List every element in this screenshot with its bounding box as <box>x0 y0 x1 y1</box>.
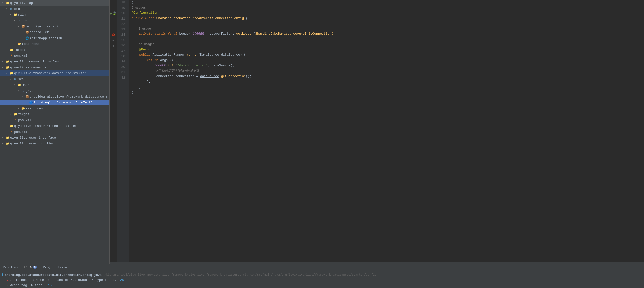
problem-lineno: :25 <box>116 278 124 282</box>
sidebar-item-java-2[interactable]: ☕ java <box>0 88 110 94</box>
sidebar-item-resources-2[interactable]: 📂 resources <box>0 105 110 111</box>
sidebar-item-target-2[interactable]: target <box>0 111 110 117</box>
sidebar-item-qiyu-live-framework-datasource-starter[interactable]: qiyu-live-framework-datasource-starter <box>0 70 110 76</box>
sidebar-item-main-2[interactable]: main <box>0 82 110 88</box>
code-line-32: } <box>132 90 644 95</box>
sidebar-item-controller[interactable]: 📦 controller <box>0 29 110 35</box>
breakpoint-gutter-25[interactable]: ◆ <box>112 39 114 42</box>
folder-icon <box>5 1 10 5</box>
arrow-icon <box>10 13 13 16</box>
sidebar-item-label: qiyu-live-user-interface <box>10 136 56 140</box>
sidebar-item-label: target <box>18 113 30 116</box>
breakpoint-gutter-26[interactable]: ◆ <box>112 44 114 48</box>
code-token: ApplicationRunner <box>152 52 185 58</box>
sidebar-item-label: resources <box>22 42 39 46</box>
gutter-cell-25: ◆ <box>110 38 117 43</box>
arrow-icon <box>10 113 13 116</box>
code-line-23 <box>132 37 644 42</box>
tab-project-errors[interactable]: Project Errors <box>40 264 73 271</box>
tab-label-project-errors: Project Errors <box>43 265 70 269</box>
code-line-24: @Bean <box>132 47 644 52</box>
sidebar-item-label: qiyu-live-framework-datasource-starter <box>14 72 86 75</box>
src-folder-icon: ▤ <box>9 7 14 11</box>
sidebar-item-label: controller <box>30 31 49 34</box>
warn-icon <box>7 283 10 287</box>
tab-file[interactable]: File 5 <box>21 264 40 271</box>
usage-line-24: no usages <box>132 42 644 47</box>
folder-icon <box>13 13 18 17</box>
folder-icon <box>9 48 14 52</box>
sidebar-item-java-1[interactable]: ☕ java <box>0 18 110 24</box>
horizontal-scrollbar[interactable] <box>110 262 644 263</box>
run-gutter-icon[interactable]: ▶ <box>110 12 112 15</box>
line-numbers: 18 19 20 21 22 23 24 25 26 27 28 29 30 3… <box>117 0 129 262</box>
sidebar-item-qiyu-live-user-interface[interactable]: qiyu-live-user-interface <box>0 135 110 141</box>
problem-text-2: Wrong tag 'Author' <box>10 283 44 287</box>
sidebar-item-label: org.idea.qiyu.live.framework.datasource.… <box>30 95 108 99</box>
sidebar-item-label: ApiWebApplication <box>30 36 62 40</box>
xml-icon: M <box>9 54 14 58</box>
sidebar-item-src-2[interactable]: ▤ src <box>0 76 110 82</box>
code-line-19: @Configuration <box>132 10 644 16</box>
code-line-18: } <box>132 0 644 5</box>
code-token-brace: } <box>132 90 134 95</box>
code-line-31: } <box>132 84 644 90</box>
bottom-panel: Problems File 5 Project Errors ShardingJ… <box>0 263 644 288</box>
sidebar-item-ApiWebApplication[interactable]: 🌐 ApiWebApplication <box>0 35 110 41</box>
tab-label-file: File <box>24 265 32 269</box>
problem-text: Could not autowire. No beans of 'DataSou… <box>10 278 116 282</box>
sidebar-item-org-qiyu-live-api[interactable]: 📦 org.qiyu.live.api <box>0 24 110 29</box>
code-token: LOGGER <box>154 63 166 68</box>
problem-row-2: Could not autowire. No beans of 'DataSou… <box>2 277 642 283</box>
code-token-comment: //手动触发下连接池的连接创建 <box>154 68 200 74</box>
gutter-cell-22 <box>110 22 117 27</box>
sidebar-item-qiyu-live-api[interactable]: qiyu-live-api <box>0 0 110 6</box>
sidebar: qiyu-live-api ▤ src main ☕ java 📦 org.qi… <box>0 0 110 263</box>
annotation-token: @Configuration <box>132 10 158 16</box>
arrow-icon <box>2 60 5 63</box>
sidebar-item-target-1[interactable]: target <box>0 47 110 53</box>
sidebar-item-label: qiyu-live-framework <box>10 66 46 69</box>
package-icon: 📦 <box>25 95 29 99</box>
sidebar-item-qiyu-live-common-interface[interactable]: qiyu-live-common-interface <box>0 59 110 65</box>
code-line-20: public class ShardingJdbcDatasourceAutoI… <box>132 16 644 21</box>
code-token: return <box>147 58 158 63</box>
package-icon: 📦 <box>21 25 25 28</box>
sidebar-item-main-1[interactable]: main <box>0 12 110 18</box>
sidebar-item-pom-1[interactable]: M pom.xml <box>0 53 110 59</box>
sidebar-item-org-idea-qiyu[interactable]: 📦 org.idea.qiyu.live.framework.datasourc… <box>0 94 110 100</box>
usage-line-22: 1 usage <box>132 26 644 31</box>
line-number-29: 29 <box>117 59 127 65</box>
folder-icon <box>9 71 14 75</box>
sidebar-item-qiyu-live-framework[interactable]: qiyu-live-framework <box>0 65 110 70</box>
sidebar-item-qiyu-live-user-provider[interactable]: qiyu-live-user-provider <box>0 141 110 146</box>
sidebar-item-src-1[interactable]: ▤ src <box>0 6 110 12</box>
tab-problems[interactable]: Problems <box>0 264 21 271</box>
code-content[interactable]: } 2 usages @Configuration public class S… <box>129 0 644 262</box>
sidebar-item-pom-3[interactable]: M pom.xml <box>0 129 110 135</box>
java-class-icon: 🌐 <box>25 36 29 40</box>
line-number-19: 19 <box>117 5 127 11</box>
sidebar-item-label: ShardingJdbcDatasourceAutoInitConn <box>34 101 98 104</box>
line-number-25: 25 <box>117 38 127 43</box>
folder-icon <box>9 124 14 128</box>
arrow-icon <box>6 7 9 10</box>
line-number-28: 28 <box>117 54 127 59</box>
problem-file-name: ShardingJdbcDatasourceAutoInitConnection… <box>5 273 102 277</box>
sidebar-item-resources-1[interactable]: 📂 resources <box>0 41 110 47</box>
sidebar-item-pom-2[interactable]: M pom.xml <box>0 117 110 123</box>
problem-row-3: Wrong tag 'Author' :15 <box>2 283 642 288</box>
xml-icon: M <box>13 118 18 122</box>
sidebar-item-ShardingJdbc[interactable]: 🔵 ShardingJdbcDatasourceAutoInitConn <box>0 100 110 105</box>
package-icon: 📦 <box>25 30 29 34</box>
line-number-27: 27 <box>117 48 127 54</box>
code-token: info <box>168 63 175 68</box>
resources-icon: 📂 <box>21 106 25 110</box>
code-editor: ▶ 🍃 🫘 ◆ ◆ <box>110 0 644 263</box>
line-number-22: 22 <box>117 22 127 27</box>
run-gutter-icon-2[interactable]: 🍃 <box>112 12 116 15</box>
code-area: ▶ 🍃 🫘 ◆ ◆ <box>110 0 644 262</box>
sidebar-item-label: pom.xml <box>18 118 32 122</box>
sidebar-item-qiyu-live-framework-redis-starter[interactable]: qiyu-live-framework-redis-starter <box>0 123 110 129</box>
file-badge: 5 <box>33 266 37 269</box>
